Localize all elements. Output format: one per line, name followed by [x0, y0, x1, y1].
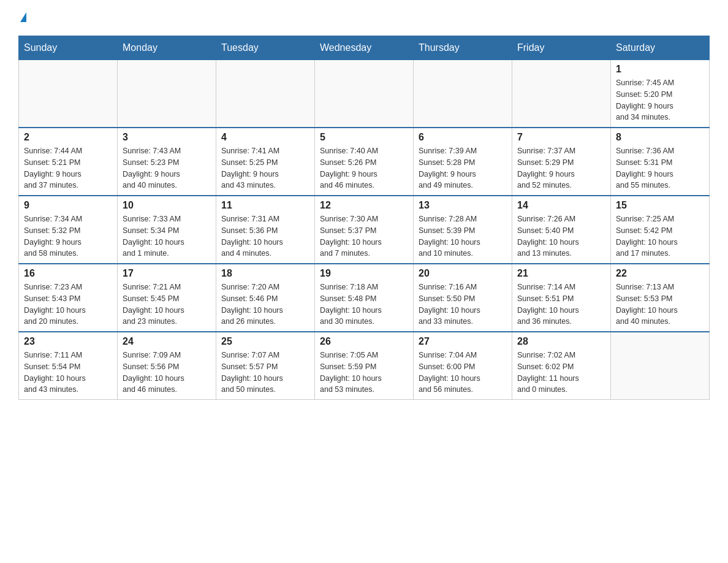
- day-info: Sunrise: 7:25 AMSunset: 5:42 PMDaylight:…: [616, 213, 704, 259]
- calendar-cell: 11Sunrise: 7:31 AMSunset: 5:36 PMDayligh…: [216, 196, 315, 264]
- day-info: Sunrise: 7:09 AMSunset: 5:56 PMDaylight:…: [123, 350, 211, 396]
- day-number: 8: [616, 132, 704, 143]
- day-of-week-saturday: Saturday: [611, 36, 710, 60]
- calendar-cell: 20Sunrise: 7:16 AMSunset: 5:50 PMDayligh…: [414, 264, 512, 332]
- day-number: 27: [419, 336, 507, 347]
- day-number: 13: [419, 200, 507, 211]
- day-number: 26: [320, 336, 408, 347]
- calendar-cell: 8Sunrise: 7:36 AMSunset: 5:31 PMDaylight…: [611, 128, 710, 196]
- day-of-week-thursday: Thursday: [414, 36, 512, 60]
- day-number: 20: [419, 268, 507, 279]
- day-number: 16: [24, 268, 112, 279]
- day-info: Sunrise: 7:44 AMSunset: 5:21 PMDaylight:…: [24, 145, 112, 191]
- calendar-table: SundayMondayTuesdayWednesdayThursdayFrid…: [18, 36, 710, 400]
- day-of-week-friday: Friday: [512, 36, 611, 60]
- day-of-week-wednesday: Wednesday: [315, 36, 414, 60]
- calendar-cell: 5Sunrise: 7:40 AMSunset: 5:26 PMDaylight…: [315, 128, 414, 196]
- day-number: 21: [517, 268, 605, 279]
- calendar-cell: 26Sunrise: 7:05 AMSunset: 5:59 PMDayligh…: [315, 332, 414, 400]
- calendar-cell: 17Sunrise: 7:21 AMSunset: 5:45 PMDayligh…: [118, 264, 216, 332]
- day-info: Sunrise: 7:26 AMSunset: 5:40 PMDaylight:…: [517, 213, 605, 259]
- day-number: 9: [24, 200, 112, 211]
- calendar-week-2: 2Sunrise: 7:44 AMSunset: 5:21 PMDaylight…: [19, 128, 710, 196]
- calendar-header-row: SundayMondayTuesdayWednesdayThursdayFrid…: [19, 36, 710, 60]
- calendar-week-3: 9Sunrise: 7:34 AMSunset: 5:32 PMDaylight…: [19, 196, 710, 264]
- calendar-cell: 1Sunrise: 7:45 AMSunset: 5:20 PMDaylight…: [611, 60, 710, 128]
- calendar-cell: [414, 60, 512, 128]
- day-info: Sunrise: 7:31 AMSunset: 5:36 PMDaylight:…: [221, 213, 309, 259]
- day-number: 7: [517, 132, 605, 143]
- calendar-cell: [315, 60, 414, 128]
- day-info: Sunrise: 7:21 AMSunset: 5:45 PMDaylight:…: [123, 282, 211, 327]
- calendar-cell: 7Sunrise: 7:37 AMSunset: 5:29 PMDaylight…: [512, 128, 611, 196]
- calendar-cell: 3Sunrise: 7:43 AMSunset: 5:23 PMDaylight…: [118, 128, 216, 196]
- calendar-week-4: 16Sunrise: 7:23 AMSunset: 5:43 PMDayligh…: [19, 264, 710, 332]
- day-info: Sunrise: 7:16 AMSunset: 5:50 PMDaylight:…: [419, 282, 507, 327]
- logo-triangle-icon: [20, 12, 26, 22]
- day-number: 6: [419, 132, 507, 143]
- calendar-cell: 28Sunrise: 7:02 AMSunset: 6:02 PMDayligh…: [512, 332, 611, 400]
- calendar-cell: 27Sunrise: 7:04 AMSunset: 6:00 PMDayligh…: [414, 332, 512, 400]
- calendar-cell: [512, 60, 611, 128]
- day-number: 19: [320, 268, 408, 279]
- calendar-week-1: 1Sunrise: 7:45 AMSunset: 5:20 PMDaylight…: [19, 60, 710, 128]
- day-info: Sunrise: 7:11 AMSunset: 5:54 PMDaylight:…: [24, 350, 112, 396]
- calendar-cell: [19, 60, 118, 128]
- day-info: Sunrise: 7:39 AMSunset: 5:28 PMDaylight:…: [419, 145, 507, 191]
- day-number: 25: [221, 336, 309, 347]
- calendar-cell: [216, 60, 315, 128]
- calendar-cell: 15Sunrise: 7:25 AMSunset: 5:42 PMDayligh…: [611, 196, 710, 264]
- day-info: Sunrise: 7:23 AMSunset: 5:43 PMDaylight:…: [24, 282, 112, 327]
- calendar-cell: [611, 332, 710, 400]
- day-of-week-tuesday: Tuesday: [216, 36, 315, 60]
- day-info: Sunrise: 7:05 AMSunset: 5:59 PMDaylight:…: [320, 350, 408, 396]
- calendar-cell: 24Sunrise: 7:09 AMSunset: 5:56 PMDayligh…: [118, 332, 216, 400]
- day-number: 1: [616, 64, 704, 75]
- calendar-cell: 6Sunrise: 7:39 AMSunset: 5:28 PMDaylight…: [414, 128, 512, 196]
- day-number: 14: [517, 200, 605, 211]
- calendar-cell: 10Sunrise: 7:33 AMSunset: 5:34 PMDayligh…: [118, 196, 216, 264]
- day-info: Sunrise: 7:02 AMSunset: 6:02 PMDaylight:…: [517, 350, 605, 396]
- calendar-cell: 19Sunrise: 7:18 AMSunset: 5:48 PMDayligh…: [315, 264, 414, 332]
- day-number: 18: [221, 268, 309, 279]
- logo: [18, 12, 26, 23]
- day-info: Sunrise: 7:36 AMSunset: 5:31 PMDaylight:…: [616, 145, 704, 191]
- page-header: [18, 12, 710, 23]
- day-number: 11: [221, 200, 309, 211]
- day-info: Sunrise: 7:13 AMSunset: 5:53 PMDaylight:…: [616, 282, 704, 327]
- calendar-cell: 13Sunrise: 7:28 AMSunset: 5:39 PMDayligh…: [414, 196, 512, 264]
- day-info: Sunrise: 7:40 AMSunset: 5:26 PMDaylight:…: [320, 145, 408, 191]
- day-info: Sunrise: 7:41 AMSunset: 5:25 PMDaylight:…: [221, 145, 309, 191]
- day-number: 17: [123, 268, 211, 279]
- day-info: Sunrise: 7:45 AMSunset: 5:20 PMDaylight:…: [616, 77, 704, 123]
- day-number: 3: [123, 132, 211, 143]
- calendar-week-5: 23Sunrise: 7:11 AMSunset: 5:54 PMDayligh…: [19, 332, 710, 400]
- day-number: 5: [320, 132, 408, 143]
- day-info: Sunrise: 7:07 AMSunset: 5:57 PMDaylight:…: [221, 350, 309, 396]
- calendar-cell: 22Sunrise: 7:13 AMSunset: 5:53 PMDayligh…: [611, 264, 710, 332]
- day-info: Sunrise: 7:14 AMSunset: 5:51 PMDaylight:…: [517, 282, 605, 327]
- day-number: 10: [123, 200, 211, 211]
- day-number: 2: [24, 132, 112, 143]
- day-info: Sunrise: 7:33 AMSunset: 5:34 PMDaylight:…: [123, 213, 211, 259]
- calendar-cell: 9Sunrise: 7:34 AMSunset: 5:32 PMDaylight…: [19, 196, 118, 264]
- calendar-cell: 18Sunrise: 7:20 AMSunset: 5:46 PMDayligh…: [216, 264, 315, 332]
- calendar-cell: 14Sunrise: 7:26 AMSunset: 5:40 PMDayligh…: [512, 196, 611, 264]
- calendar-cell: 12Sunrise: 7:30 AMSunset: 5:37 PMDayligh…: [315, 196, 414, 264]
- day-number: 24: [123, 336, 211, 347]
- day-info: Sunrise: 7:18 AMSunset: 5:48 PMDaylight:…: [320, 282, 408, 327]
- day-info: Sunrise: 7:34 AMSunset: 5:32 PMDaylight:…: [24, 213, 112, 259]
- calendar-cell: 16Sunrise: 7:23 AMSunset: 5:43 PMDayligh…: [19, 264, 118, 332]
- day-info: Sunrise: 7:28 AMSunset: 5:39 PMDaylight:…: [419, 213, 507, 259]
- day-of-week-monday: Monday: [118, 36, 216, 60]
- calendar-cell: 25Sunrise: 7:07 AMSunset: 5:57 PMDayligh…: [216, 332, 315, 400]
- day-number: 22: [616, 268, 704, 279]
- day-number: 4: [221, 132, 309, 143]
- day-number: 12: [320, 200, 408, 211]
- day-info: Sunrise: 7:30 AMSunset: 5:37 PMDaylight:…: [320, 213, 408, 259]
- day-info: Sunrise: 7:37 AMSunset: 5:29 PMDaylight:…: [517, 145, 605, 191]
- day-of-week-sunday: Sunday: [19, 36, 118, 60]
- calendar-cell: [118, 60, 216, 128]
- day-number: 23: [24, 336, 112, 347]
- calendar-cell: 21Sunrise: 7:14 AMSunset: 5:51 PMDayligh…: [512, 264, 611, 332]
